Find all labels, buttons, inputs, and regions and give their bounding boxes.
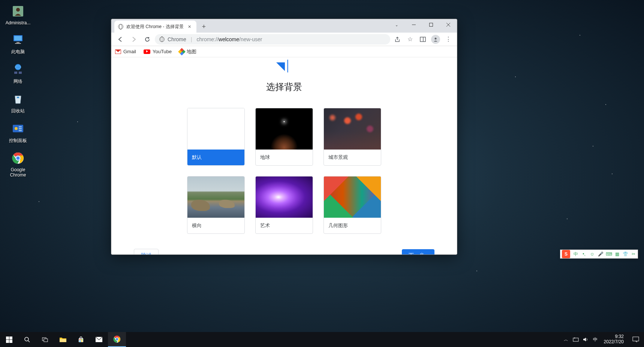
system-tray: ︿ 中 9:32 2022/7/20 bbox=[561, 332, 644, 347]
desktop-icon-control-panel[interactable]: 控制面板 bbox=[4, 121, 32, 144]
skip-button[interactable]: 跳过 bbox=[134, 249, 159, 254]
tray-overflow-icon[interactable]: ︿ bbox=[561, 332, 571, 347]
network-icon bbox=[10, 62, 25, 77]
svg-rect-30 bbox=[79, 339, 81, 340]
thumbnail-geometric bbox=[324, 176, 381, 218]
next-button[interactable]: 下一步› bbox=[402, 249, 434, 254]
profile-button[interactable] bbox=[430, 34, 441, 45]
maps-icon bbox=[178, 48, 186, 55]
tabs-area: 欢迎使用 Chrome - 选择背景 × + bbox=[111, 19, 209, 33]
bookmark-maps[interactable]: 地图 bbox=[179, 48, 196, 55]
gmail-icon bbox=[115, 49, 121, 54]
step-dot-3[interactable] bbox=[285, 254, 288, 255]
computer-icon bbox=[10, 32, 25, 47]
svg-line-26 bbox=[28, 341, 30, 342]
ime-emoji-icon[interactable]: ☺ bbox=[588, 250, 596, 258]
card-label: 艺术 bbox=[256, 218, 313, 233]
ime-voice-icon[interactable]: 🎤 bbox=[596, 250, 605, 258]
start-button[interactable] bbox=[0, 332, 18, 347]
recycle-bin-icon bbox=[10, 91, 25, 106]
ime-grid-icon[interactable]: ▦ bbox=[613, 250, 621, 258]
taskbar-chrome[interactable] bbox=[108, 332, 126, 347]
ime-keyboard-icon[interactable]: ⌨ bbox=[605, 250, 613, 258]
svg-point-17 bbox=[16, 156, 20, 160]
svg-rect-19 bbox=[430, 23, 433, 27]
browser-tab[interactable]: 欢迎使用 Chrome - 选择背景 × bbox=[114, 21, 196, 33]
back-button[interactable] bbox=[114, 34, 126, 45]
tray-volume-icon[interactable] bbox=[581, 332, 590, 347]
page-content[interactable]: ◥│ 选择背景 默认 地球 城市景观 bbox=[111, 57, 457, 254]
step-dot-2[interactable] bbox=[279, 254, 282, 255]
tab-search-button[interactable]: ⌄ bbox=[388, 19, 405, 30]
svg-point-11 bbox=[15, 127, 18, 130]
site-info-icon[interactable] bbox=[159, 37, 165, 42]
ime-skin-icon[interactable]: 👕 bbox=[621, 250, 629, 258]
bookmark-star-icon[interactable]: ☆ bbox=[404, 34, 416, 45]
close-button[interactable] bbox=[440, 19, 457, 30]
background-card-landscape[interactable]: 横向 bbox=[187, 176, 245, 234]
ime-tool-icon[interactable]: ✂ bbox=[629, 250, 638, 258]
desktop-icon-administrator[interactable]: Administra... bbox=[4, 4, 32, 25]
svg-rect-29 bbox=[60, 339, 66, 342]
tray-clock[interactable]: 9:32 2022/7/20 bbox=[600, 334, 628, 345]
svg-rect-28 bbox=[44, 339, 48, 342]
desktop-icon-recycle-bin[interactable]: 回收站 bbox=[4, 91, 32, 114]
svg-rect-14 bbox=[19, 130, 22, 131]
ime-toolbar[interactable]: S 中 •, ☺ 🎤 ⌨ ▦ 👕 ✂ bbox=[560, 250, 638, 259]
omnibox[interactable]: Chrome | chrome://welcome/new-user bbox=[155, 34, 390, 45]
svg-point-36 bbox=[115, 338, 118, 340]
chrome-menu-icon[interactable]: ⋮ bbox=[443, 34, 454, 45]
background-card-geometric[interactable]: 几何图形 bbox=[323, 176, 381, 234]
search-button[interactable] bbox=[18, 332, 36, 347]
tray-lang[interactable]: 中 bbox=[590, 332, 600, 347]
svg-rect-9 bbox=[19, 72, 22, 74]
bookmark-gmail[interactable]: Gmail bbox=[115, 49, 136, 54]
chrome-icon bbox=[10, 151, 25, 166]
tray-date: 2022/7/20 bbox=[604, 340, 624, 345]
ime-lang[interactable]: 中 bbox=[572, 250, 580, 258]
taskbar-mail[interactable] bbox=[90, 332, 108, 347]
profile-icon bbox=[431, 35, 440, 44]
tab-close-icon[interactable]: × bbox=[187, 24, 193, 30]
new-tab-button[interactable]: + bbox=[199, 21, 209, 32]
thumbnail-landscape bbox=[187, 176, 244, 218]
minimize-button[interactable] bbox=[405, 19, 422, 30]
background-card-cityscape[interactable]: 城市景观 bbox=[323, 108, 381, 166]
chrome-titlebar[interactable]: 欢迎使用 Chrome - 选择背景 × + ⌄ bbox=[111, 19, 457, 33]
desktop-icons: Administra... 此电脑 网络 回收站 控制面板 Google Chr… bbox=[4, 4, 32, 178]
svg-point-24 bbox=[435, 37, 437, 39]
tray-input-icon[interactable] bbox=[571, 332, 581, 347]
ime-punct[interactable]: •, bbox=[580, 250, 588, 258]
taskbar-store[interactable] bbox=[72, 332, 90, 347]
background-card-default[interactable]: 默认 bbox=[187, 108, 245, 166]
taskbar-left bbox=[0, 332, 126, 347]
side-panel-icon[interactable] bbox=[417, 34, 428, 45]
desktop-icon-chrome[interactable]: Google Chrome bbox=[4, 151, 32, 178]
desktop-icon-this-pc[interactable]: 此电脑 bbox=[4, 32, 32, 55]
background-card-art[interactable]: 艺术 bbox=[255, 176, 313, 234]
windows-icon bbox=[6, 337, 12, 343]
svg-point-1 bbox=[16, 8, 20, 12]
background-card-earth[interactable]: 地球 bbox=[255, 108, 313, 166]
step-dot-1[interactable] bbox=[273, 254, 275, 255]
notifications-button[interactable] bbox=[628, 332, 644, 347]
forward-button[interactable] bbox=[128, 34, 140, 45]
icon-label: 网络 bbox=[13, 78, 22, 85]
svg-rect-39 bbox=[633, 337, 639, 341]
icon-label: 回收站 bbox=[11, 108, 25, 114]
svg-rect-12 bbox=[19, 126, 22, 127]
ime-logo-icon[interactable]: S bbox=[562, 250, 570, 258]
step-dots bbox=[273, 254, 288, 255]
icon-label: 此电脑 bbox=[11, 49, 25, 55]
thumbnail-city bbox=[324, 108, 381, 150]
share-icon[interactable] bbox=[392, 34, 403, 45]
reload-button[interactable] bbox=[141, 34, 153, 45]
header-glyph-icon: ◥│ bbox=[123, 60, 446, 72]
maximize-button[interactable] bbox=[422, 19, 440, 30]
icon-label: Administra... bbox=[6, 20, 31, 25]
task-view-button[interactable] bbox=[36, 332, 54, 347]
taskbar-file-explorer[interactable] bbox=[54, 332, 72, 347]
tray-time: 9:32 bbox=[604, 334, 624, 340]
bookmark-youtube[interactable]: YouTube bbox=[144, 49, 172, 54]
desktop-icon-network[interactable]: 网络 bbox=[4, 62, 32, 85]
